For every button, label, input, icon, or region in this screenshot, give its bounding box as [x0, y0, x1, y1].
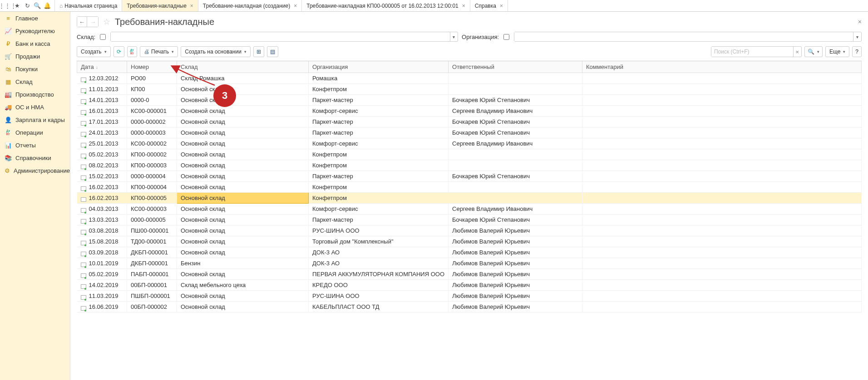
table-row[interactable]: 24.01.20130000-000003Основной складПарке… — [77, 127, 862, 138]
create-based-button[interactable]: Создать на основании▾ — [181, 46, 251, 57]
col-responsible[interactable]: Ответственный — [449, 61, 582, 73]
table-row[interactable]: 10.01.2019ДКБП-000001БензинДОК-3 АОЛюбим… — [77, 258, 862, 269]
warehouse-filter-checkbox[interactable] — [100, 34, 106, 40]
col-warehouse[interactable]: Склад — [177, 61, 309, 73]
tab-close-icon[interactable]: × — [462, 3, 465, 9]
table-row[interactable]: 13.03.20130000-000005Основной складПарке… — [77, 214, 862, 225]
search-box[interactable]: × — [711, 46, 802, 57]
table-row[interactable]: 16.02.2013КП00-000005Основной складКонфе… — [77, 193, 862, 204]
documents-table: Дата↓ Номер Склад Организация Ответствен… — [77, 61, 862, 312]
table-row[interactable]: 11.03.2019ПШБП-000001Основной складРУС-Ш… — [77, 291, 862, 302]
posted-doc-icon — [81, 174, 87, 180]
sidebar-item[interactable]: ДтКтОперации — [0, 126, 70, 139]
table-row[interactable]: 25.01.2013КС00-000002Основной складКомфо… — [77, 138, 862, 149]
cell-comment — [582, 149, 862, 160]
sidebar-item[interactable]: 📈Руководителю — [0, 24, 70, 37]
sidebar-item-label: Отчеты — [15, 142, 36, 149]
table-row[interactable]: 17.01.20130000-000002Основной складПарке… — [77, 117, 862, 127]
sidebar-item[interactable]: 📚Справочники — [0, 151, 70, 164]
table-row[interactable]: 11.01.2013КП00Основной складКонфетпром — [77, 84, 862, 95]
warehouse-dropdown-icon[interactable]: ▾ — [450, 32, 458, 41]
sidebar-item-label: Руководителю — [15, 28, 55, 34]
posted-doc-icon — [81, 131, 87, 136]
refresh-button[interactable]: ⟳ — [113, 46, 124, 57]
cell-comment — [582, 106, 862, 117]
warehouse-filter-combo[interactable]: ▾ — [110, 32, 458, 42]
nav-forward-button[interactable]: → — [88, 17, 98, 27]
nav-back-button[interactable]: ← — [77, 17, 87, 27]
sidebar-item[interactable]: 🛒Продажи — [0, 50, 70, 63]
magnify-button[interactable]: 🔍▾ — [804, 46, 823, 57]
clear-search-icon[interactable]: × — [793, 47, 801, 57]
tree-view-button[interactable]: ⊞ — [253, 46, 264, 57]
tab[interactable]: Требования-накладные× — [122, 0, 198, 11]
cell-wh: Основной склад — [177, 269, 309, 280]
col-comment[interactable]: Комментарий — [582, 61, 862, 73]
table-row[interactable]: 15.02.20130000-000004Основной складПарке… — [77, 171, 862, 182]
cell-resp — [449, 73, 582, 84]
sidebar-item[interactable]: ₽Банк и касса — [0, 37, 70, 50]
star-icon[interactable]: ★ — [14, 2, 21, 10]
postings-button[interactable]: ДтКт — [127, 46, 137, 57]
col-number[interactable]: Номер — [127, 61, 177, 73]
cell-date: 05.02.2013 — [77, 149, 127, 160]
cell-org: Конфетпром — [309, 160, 449, 171]
tab-close-icon[interactable]: × — [190, 3, 193, 9]
tab[interactable]: Требование-накладная КП00-000005 от 16.0… — [302, 0, 470, 11]
sidebar-item[interactable]: 👤Зарплата и кадры — [0, 113, 70, 126]
print-button[interactable]: 🖨Печать▾ — [140, 46, 178, 57]
cell-resp: Любимов Валерий Юрьевич — [449, 225, 582, 236]
sidebar-item[interactable]: ≡Главное — [0, 12, 70, 24]
table-row[interactable]: 14.02.201900БП-000001Склад мебельного це… — [77, 280, 862, 291]
cell-resp: Любимов Валерий Юрьевич — [449, 236, 582, 247]
table-row[interactable]: 05.02.2019ПАБП-000001Основной складПЕРВА… — [77, 269, 862, 280]
more-button[interactable]: Еще▾ — [825, 46, 849, 57]
help-button[interactable]: ? — [852, 46, 862, 57]
table-row[interactable]: 08.02.2013КП00-000003Основной складКонфе… — [77, 160, 862, 171]
tab[interactable]: Справка× — [470, 0, 508, 11]
table-row[interactable]: 03.09.2018ДКБП-000001Основной складДОК-3… — [77, 247, 862, 258]
favorite-star-icon[interactable]: ☆ — [103, 17, 110, 27]
cell-date: 08.02.2013 — [77, 160, 127, 171]
table-row[interactable]: 15.08.2018ТД00-000001Основной складТорго… — [77, 236, 862, 247]
page-title: Требования-накладные — [115, 17, 214, 27]
tab[interactable]: ⌂Начальная страница — [55, 0, 122, 11]
sidebar-item[interactable]: ▦Склад — [0, 75, 70, 88]
cell-resp: Бочкарев Юрий Степанович — [449, 127, 582, 138]
col-date[interactable]: Дата↓ — [77, 61, 127, 73]
org-filter-input[interactable] — [514, 32, 853, 41]
list-view-button[interactable]: ▤ — [267, 46, 278, 57]
table-row[interactable]: 16.01.2013КС00-000001Основной складКомфо… — [77, 106, 862, 117]
tab[interactable]: Требование-накладная (создание)× — [198, 0, 302, 11]
org-filter-combo[interactable]: ▾ — [514, 32, 862, 42]
sidebar-item[interactable]: 🛍Покупки — [0, 63, 70, 75]
search-input[interactable] — [711, 47, 793, 57]
table-row[interactable]: 14.01.20130000-0Основной складПаркет-мас… — [77, 95, 862, 106]
bell-icon[interactable]: 🔔 — [44, 2, 51, 10]
table-row[interactable]: 05.02.2013КП00-000002Основной складКонфе… — [77, 149, 862, 160]
sidebar-item[interactable]: 🚚ОС и НМА — [0, 101, 70, 113]
table-row[interactable]: 12.03.2012РО00Склад РомашкаРомашка — [77, 73, 862, 84]
sidebar-item[interactable]: 📊Отчеты — [0, 139, 70, 151]
tab-close-icon[interactable]: × — [294, 3, 297, 9]
cell-org: ДОК-3 АО — [309, 258, 449, 269]
create-button[interactable]: Создать▾ — [77, 46, 111, 57]
table-row[interactable]: 03.08.2018ПШ00-000001Основной складРУС-Ш… — [77, 225, 862, 236]
cell-num: КС00-000001 — [127, 106, 177, 117]
col-organization[interactable]: Организация — [309, 61, 449, 73]
cell-comment — [582, 127, 862, 138]
table-row[interactable]: 04.03.2013КС00-000003Основной складКомфо… — [77, 204, 862, 214]
sidebar-item[interactable]: ⚙Администрирование — [0, 164, 70, 177]
search-icon[interactable]: 🔍 — [34, 2, 41, 10]
cell-num: КС00-000002 — [127, 138, 177, 149]
close-page-icon[interactable]: × — [858, 18, 862, 25]
apps-icon[interactable]: ⋮⋮⋮ — [4, 2, 11, 10]
tab-close-icon[interactable]: × — [500, 3, 503, 9]
org-filter-checkbox[interactable] — [503, 34, 509, 40]
sidebar-item[interactable]: 🏭Производство — [0, 88, 70, 101]
warehouse-filter-input[interactable] — [111, 32, 449, 41]
org-dropdown-icon[interactable]: ▾ — [853, 32, 861, 41]
table-row[interactable]: 16.06.201900БП-000002Основной складКАБЕЛ… — [77, 302, 862, 312]
history-icon[interactable]: ↻ — [24, 2, 31, 10]
table-row[interactable]: 16.02.2013КП00-000004Основной складКонфе… — [77, 182, 862, 193]
